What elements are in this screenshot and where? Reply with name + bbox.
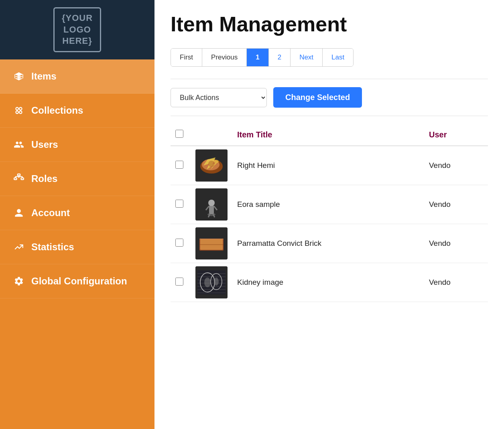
row-check-cell: [171, 224, 191, 263]
svg-point-15: [208, 161, 215, 167]
row-checkbox[interactable]: [175, 278, 183, 286]
page-title: Item Management: [171, 12, 488, 36]
sidebar-item-items[interactable]: Items: [0, 59, 154, 94]
sidebar-item-label: Global Configuration: [31, 276, 127, 287]
row-title-cell: Kidney image: [232, 263, 424, 302]
row-checkbox[interactable]: [175, 161, 183, 169]
table-row: Parramatta Convict Brick Vendo: [171, 224, 488, 263]
cube-icon: [13, 72, 25, 81]
table-row: Eora sample Vendo: [171, 185, 488, 224]
sidebar-item-global-configuration[interactable]: Global Configuration: [0, 264, 154, 298]
table-header-row: Item Title User: [171, 124, 488, 146]
svg-rect-20: [208, 200, 215, 206]
row-title-cell: Eora sample: [232, 185, 424, 224]
sidebar-item-collections[interactable]: Collections: [0, 94, 154, 128]
change-selected-button[interactable]: Change Selected: [273, 87, 362, 108]
sidebar: {YOURLOGOHERE} Items Collections Users: [0, 0, 154, 429]
roles-icon: [13, 174, 25, 184]
previous-button[interactable]: Previous: [202, 49, 247, 66]
users-icon: [13, 139, 25, 150]
table-row: Right Hemi Vendo: [171, 146, 488, 185]
divider-1: [171, 79, 488, 79]
statistics-icon: [13, 242, 25, 252]
row-checkbox[interactable]: [175, 239, 183, 247]
logo: {YOURLOGOHERE}: [53, 7, 101, 52]
svg-point-1: [19, 107, 22, 110]
row-check-cell: [171, 146, 191, 185]
sidebar-item-account[interactable]: Account: [0, 196, 154, 230]
select-all-checkbox[interactable]: [175, 130, 183, 138]
row-thumb-cell: [191, 263, 232, 302]
collections-icon: [13, 105, 25, 116]
row-title-cell: Right Hemi: [232, 146, 424, 185]
last-button[interactable]: Last: [323, 49, 353, 66]
sidebar-item-label: Roles: [31, 173, 57, 184]
row-title-cell: Parramatta Convict Brick: [232, 224, 424, 263]
sidebar-item-label: Statistics: [31, 241, 74, 253]
sidebar-header: {YOURLOGOHERE}: [0, 0, 154, 59]
svg-point-43: [204, 278, 211, 287]
divider-2: [171, 116, 488, 116]
main-content: Item Management First Previous 1 2 Next …: [154, 0, 504, 429]
svg-point-2: [16, 111, 18, 114]
sidebar-item-users[interactable]: Users: [0, 128, 154, 162]
sidebar-item-label: Account: [31, 207, 70, 219]
config-icon: [13, 276, 25, 286]
svg-rect-31: [199, 239, 224, 239]
sidebar-nav: Items Collections Users Roles Account: [0, 59, 154, 298]
item-title-col-header: Item Title: [232, 124, 424, 146]
row-thumb-cell: [191, 146, 232, 185]
page-1-button[interactable]: 1: [247, 49, 268, 66]
row-check-cell: [171, 185, 191, 224]
sidebar-item-label: Users: [31, 139, 58, 150]
svg-rect-4: [18, 174, 20, 176]
item-table: Item Title User Right Hemi Vend: [171, 124, 488, 302]
table-row: Kidney image Vendo: [171, 263, 488, 302]
svg-point-16: [214, 160, 219, 163]
item-thumbnail: [195, 266, 228, 298]
row-thumb-cell: [191, 185, 232, 224]
item-thumbnail: [195, 149, 228, 182]
item-thumbnail: [195, 227, 228, 259]
first-button[interactable]: First: [171, 49, 202, 66]
bulk-actions-select[interactable]: Bulk Actions Delete Selected Publish Sel…: [171, 88, 267, 107]
svg-rect-19: [209, 205, 214, 214]
sidebar-item-label: Items: [31, 71, 57, 82]
svg-point-0: [16, 107, 18, 110]
row-check-cell: [171, 263, 191, 302]
select-all-col: [171, 124, 191, 146]
svg-rect-30: [199, 250, 224, 251]
bulk-actions-bar: Bulk Actions Delete Selected Publish Sel…: [171, 87, 488, 108]
thumb-col-header: [191, 124, 232, 146]
sidebar-item-statistics[interactable]: Statistics: [0, 230, 154, 264]
row-user-cell: Vendo: [424, 224, 488, 263]
svg-rect-5: [14, 178, 17, 180]
next-button[interactable]: Next: [291, 49, 323, 66]
svg-rect-6: [21, 178, 24, 180]
row-user-cell: Vendo: [424, 185, 488, 224]
account-icon: [13, 208, 25, 218]
sidebar-item-label: Collections: [31, 105, 83, 116]
sidebar-item-roles[interactable]: Roles: [0, 162, 154, 196]
row-user-cell: Vendo: [424, 263, 488, 302]
row-checkbox[interactable]: [175, 200, 183, 208]
row-thumb-cell: [191, 224, 232, 263]
svg-point-44: [214, 278, 219, 286]
row-user-cell: Vendo: [424, 146, 488, 185]
user-col-header: User: [424, 124, 488, 146]
item-thumbnail: [195, 188, 228, 221]
svg-point-3: [19, 111, 22, 114]
pagination: First Previous 1 2 Next Last: [171, 48, 354, 67]
page-2-button[interactable]: 2: [269, 49, 291, 66]
